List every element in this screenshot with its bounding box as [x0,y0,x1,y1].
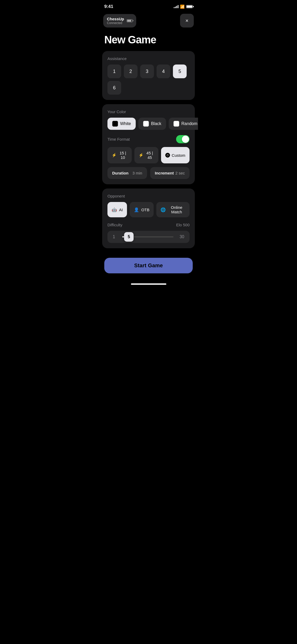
black-swatch [143,121,149,127]
assistance-5[interactable]: 5 [173,65,187,78]
opponent-otb-label: OTB [141,208,149,212]
assistance-1[interactable]: 1 [107,65,121,78]
color-options: White Black Random [107,118,190,130]
device-battery-icon [127,19,133,22]
status-icons: 📶 [174,4,193,9]
opponent-otb[interactable]: 👤 OTB [130,202,154,217]
opponent-online-label: Online Match [168,205,185,214]
toggle-knob [182,136,189,143]
assistance-3[interactable]: 3 [140,65,154,78]
connection-status: Connected [107,21,124,25]
opponent-options: 🤖 AI 👤 OTB 🌐 Online Match [107,202,190,217]
slider-thumb[interactable]: 5 [124,232,134,242]
time-format-label: Time Format [107,137,130,141]
elo-label: Elo 500 [176,223,190,227]
assistance-4[interactable]: 4 [157,65,170,78]
status-bar: 9:41 📶 [99,0,198,12]
home-indicator [99,281,198,286]
assistance-card: Assistance 1 2 3 4 5 6 [102,51,195,100]
app-name: ChessUp [107,17,124,21]
page-title: New Game [99,32,198,51]
battery-icon [186,5,193,8]
close-button[interactable]: × [180,14,194,27]
time-custom-label: Custom [172,153,185,158]
difficulty-label: Difficulty [107,223,122,227]
signal-icon [174,5,178,8]
home-bar [131,283,166,285]
color-label: Your Color [107,109,190,114]
chessup-badge: ChessUp Connected [103,14,136,27]
assistance-2[interactable]: 2 [124,65,138,78]
color-black-button[interactable]: Black [138,118,166,130]
otb-icon: 👤 [134,207,139,212]
increment-label: Increment [155,171,174,175]
globe-icon: 🌐 [161,207,166,212]
difficulty-slider-container: 1 5 30 [107,231,190,243]
white-swatch [112,121,118,127]
difficulty-slider[interactable]: 5 [122,236,173,237]
close-icon: × [185,18,188,24]
time-45-45[interactable]: ⚡ 45 | 45 [134,147,159,163]
color-white-label: White [120,121,131,126]
slider-min: 1 [113,234,118,239]
slider-max: 30 [178,234,184,239]
assistance-label: Assistance [107,56,190,61]
status-time: 9:41 [104,4,113,9]
duration-increment-row: Duration 3 min Increment 2 sec [107,167,190,179]
lightning-icon-2: ⚡ [139,153,144,158]
ai-icon: 🤖 [112,207,117,212]
opponent-online[interactable]: 🌐 Online Match [156,202,190,217]
clock-icon: ⏱ [165,153,170,158]
wifi-icon: 📶 [180,4,185,9]
color-random-button[interactable]: Random [169,118,198,130]
color-random-label: Random [181,121,197,126]
assistance-options: 1 2 3 4 5 6 [107,65,190,95]
start-game-button[interactable]: Start Game [104,258,193,273]
duration-label: Duration [112,171,129,175]
opponent-ai[interactable]: 🤖 AI [107,202,127,217]
time-options: ⚡ 15 | 10 ⚡ 45 | 45 ⏱ Custom [107,147,190,163]
time-format-toggle[interactable] [176,135,190,143]
duration-item: Duration 3 min [107,167,147,179]
lightning-icon-1: ⚡ [112,153,117,158]
increment-item: Increment 2 sec [150,167,190,179]
opponent-label: Opponent [107,194,190,198]
color-time-card: Your Color White Black Random Time Forma… [102,104,195,184]
random-swatch [173,121,179,127]
assistance-6[interactable]: 6 [107,81,121,95]
time-15-10-label: 15 | 10 [118,151,128,160]
increment-value: 2 sec [175,171,185,175]
time-custom[interactable]: ⏱ Custom [161,147,190,163]
time-15-10[interactable]: ⚡ 15 | 10 [107,147,132,163]
time-45-45-label: 45 | 45 [145,151,154,160]
duration-value: 3 min [133,171,142,175]
opponent-ai-label: AI [119,208,123,212]
start-btn-container: Start Game [99,252,198,281]
color-black-label: Black [151,121,161,126]
color-white-button[interactable]: White [107,118,136,130]
opponent-card: Opponent 🤖 AI 👤 OTB 🌐 Online Match Diffi… [102,188,195,248]
top-bar: ChessUp Connected × [99,12,198,30]
difficulty-header: Difficulty Elo 500 [107,223,190,227]
time-format-header: Time Format [107,135,190,143]
slider-current-value: 5 [128,234,130,239]
